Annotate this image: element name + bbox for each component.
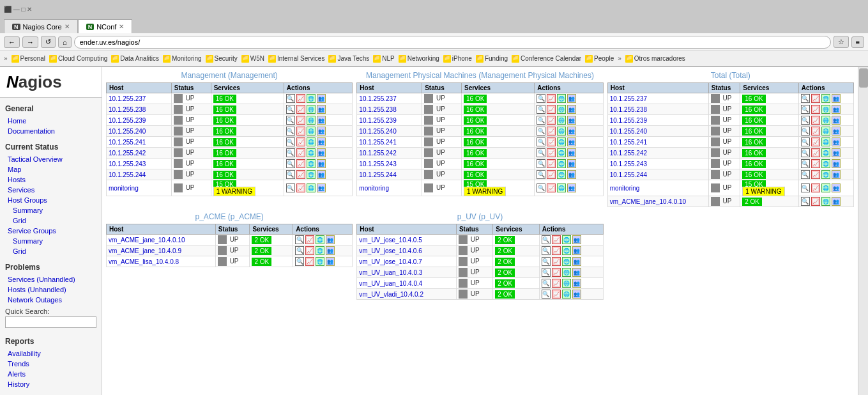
action-chart-icon[interactable]: 📈 bbox=[552, 246, 561, 255]
action-network-icon[interactable]: 🌐 bbox=[307, 148, 316, 157]
action-schedule-icon[interactable]: 👥 bbox=[567, 159, 576, 168]
action-chart-icon[interactable]: 📈 bbox=[811, 197, 820, 206]
action-network-icon[interactable]: 🌐 bbox=[307, 159, 316, 168]
action-schedule-icon[interactable]: 👥 bbox=[317, 137, 326, 146]
action-network-icon[interactable]: 🌐 bbox=[562, 290, 571, 299]
sidebar-item-availability[interactable]: Availability bbox=[0, 348, 102, 359]
ok-badge[interactable]: 16 OK bbox=[742, 95, 765, 103]
ok-badge[interactable]: 16 OK bbox=[213, 171, 236, 179]
action-network-icon[interactable]: 🌐 bbox=[821, 183, 830, 192]
host-link[interactable]: 10.1.255.239 bbox=[109, 117, 146, 124]
action-schedule-icon[interactable]: 👥 bbox=[572, 235, 581, 244]
action-schedule-icon[interactable]: 👥 bbox=[567, 116, 576, 125]
sidebar-item-trends[interactable]: Trends bbox=[0, 359, 102, 369]
ok-badge[interactable]: 2 OK bbox=[252, 258, 271, 266]
home-button[interactable]: ⌂ bbox=[58, 36, 72, 48]
sidebar-item-hg-grid[interactable]: Grid bbox=[0, 215, 102, 226]
bookmark-people[interactable]: 📁 People bbox=[585, 55, 614, 63]
action-network-icon[interactable]: 🌐 bbox=[821, 159, 830, 168]
action-network-icon[interactable]: 🌐 bbox=[557, 170, 566, 179]
action-network-icon[interactable]: 🌐 bbox=[307, 116, 316, 125]
action-search-icon[interactable]: 🔍 bbox=[295, 257, 304, 266]
action-schedule-icon[interactable]: 👥 bbox=[317, 116, 326, 125]
action-schedule-icon[interactable]: 👥 bbox=[832, 148, 841, 157]
host-link[interactable]: vm_UV_vladi_10.4.0.2 bbox=[359, 291, 423, 298]
action-search-icon[interactable]: 🔍 bbox=[537, 116, 545, 125]
action-search-icon[interactable]: 🔍 bbox=[801, 183, 810, 192]
refresh-button[interactable]: ↺ bbox=[41, 36, 56, 48]
action-network-icon[interactable]: 🌐 bbox=[307, 94, 316, 103]
ok-badge[interactable]: 16 OK bbox=[464, 95, 487, 103]
action-search-icon[interactable]: 🔍 bbox=[801, 159, 810, 168]
host-link[interactable]: vm_ACME_jane_10.4.0.9 bbox=[109, 247, 181, 254]
action-network-icon[interactable]: 🌐 bbox=[821, 170, 830, 179]
host-link[interactable]: 10.1.255.240 bbox=[109, 128, 146, 135]
action-chart-icon[interactable]: 📈 bbox=[296, 159, 305, 168]
host-link[interactable]: 10.1.255.239 bbox=[610, 117, 647, 124]
action-network-icon[interactable]: 🌐 bbox=[557, 94, 566, 103]
action-schedule-icon[interactable]: 👥 bbox=[317, 183, 326, 192]
ok-badge[interactable]: 16 OK bbox=[213, 95, 236, 103]
host-link[interactable]: 10.1.255.242 bbox=[610, 150, 647, 157]
ok-badge[interactable]: 16 OK bbox=[464, 138, 487, 146]
ok-badge[interactable]: 16 OK bbox=[213, 127, 236, 136]
ok-badge[interactable]: 2 OK bbox=[495, 279, 515, 288]
action-schedule-icon[interactable]: 👥 bbox=[326, 235, 335, 244]
menu-button[interactable]: ≡ bbox=[851, 36, 864, 48]
action-chart-icon[interactable]: 📈 bbox=[305, 246, 314, 255]
host-link[interactable]: 10.1.255.239 bbox=[359, 117, 396, 124]
host-link[interactable]: 10.1.255.240 bbox=[359, 128, 396, 135]
action-network-icon[interactable]: 🌐 bbox=[562, 246, 571, 255]
action-search-icon[interactable]: 🔍 bbox=[801, 105, 810, 114]
bookmark-networking[interactable]: 📁 Networking bbox=[399, 55, 439, 63]
sidebar-item-services[interactable]: Services bbox=[0, 185, 102, 195]
action-search-icon[interactable]: 🔍 bbox=[286, 137, 295, 146]
sidebar-item-hosts[interactable]: Hosts bbox=[0, 175, 102, 185]
action-search-icon[interactable]: 🔍 bbox=[542, 246, 551, 255]
bookmark-monitoring[interactable]: 📁 Monitoring bbox=[163, 55, 202, 63]
action-chart-icon[interactable]: 📈 bbox=[305, 235, 314, 244]
action-schedule-icon[interactable]: 👥 bbox=[567, 170, 576, 179]
action-network-icon[interactable]: 🌐 bbox=[557, 159, 566, 168]
action-schedule-icon[interactable]: 👥 bbox=[832, 137, 841, 146]
action-search-icon[interactable]: 🔍 bbox=[801, 197, 810, 206]
host-link[interactable]: 10.1.255.237 bbox=[359, 95, 396, 102]
action-search-icon[interactable]: 🔍 bbox=[542, 279, 551, 288]
action-network-icon[interactable]: 🌐 bbox=[557, 183, 566, 192]
action-schedule-icon[interactable]: 👥 bbox=[326, 257, 335, 266]
action-schedule-icon[interactable]: 👥 bbox=[317, 170, 326, 179]
action-search-icon[interactable]: 🔍 bbox=[286, 170, 295, 179]
action-chart-icon[interactable]: 📈 bbox=[547, 116, 556, 125]
action-schedule-icon[interactable]: 👥 bbox=[832, 197, 841, 206]
ok-badge[interactable]: 16 OK bbox=[464, 105, 487, 114]
action-network-icon[interactable]: 🌐 bbox=[821, 105, 830, 114]
bookmark-internal[interactable]: 📁 Internal Services bbox=[268, 55, 324, 63]
sidebar-item-map[interactable]: Map bbox=[0, 164, 102, 175]
action-search-icon[interactable]: 🔍 bbox=[801, 116, 810, 125]
warning-badge[interactable]: 1 WARNING bbox=[213, 187, 255, 196]
host-link[interactable]: vm_UV_jose_10.4.0.5 bbox=[359, 237, 422, 244]
action-chart-icon[interactable]: 📈 bbox=[552, 290, 561, 299]
action-network-icon[interactable]: 🌐 bbox=[307, 170, 316, 179]
action-chart-icon[interactable]: 📈 bbox=[811, 116, 820, 125]
bookmark-button[interactable]: ☆ bbox=[834, 36, 849, 48]
action-schedule-icon[interactable]: 👥 bbox=[572, 290, 581, 299]
action-search-icon[interactable]: 🔍 bbox=[286, 94, 295, 103]
action-network-icon[interactable]: 🌐 bbox=[562, 235, 571, 244]
action-schedule-icon[interactable]: 👥 bbox=[832, 105, 841, 114]
action-search-icon[interactable]: 🔍 bbox=[537, 170, 545, 179]
action-schedule-icon[interactable]: 👥 bbox=[832, 159, 841, 168]
action-search-icon[interactable]: 🔍 bbox=[537, 183, 545, 192]
action-schedule-icon[interactable]: 👥 bbox=[572, 268, 581, 277]
bookmark-iphone[interactable]: 📁 iPhone bbox=[443, 55, 472, 63]
action-chart-icon[interactable]: 📈 bbox=[552, 279, 561, 288]
action-network-icon[interactable]: 🌐 bbox=[821, 116, 830, 125]
action-network-icon[interactable]: 🌐 bbox=[557, 137, 566, 146]
action-schedule-icon[interactable]: 👥 bbox=[572, 246, 581, 255]
action-chart-icon[interactable]: 📈 bbox=[811, 105, 820, 114]
ok-badge[interactable]: 16 OK bbox=[742, 171, 765, 179]
action-chart-icon[interactable]: 📈 bbox=[296, 137, 305, 146]
host-link[interactable]: vm_UV_juan_10.4.0.3 bbox=[359, 269, 422, 276]
tab-nconf[interactable]: N NConf ✕ bbox=[78, 19, 133, 33]
action-schedule-icon[interactable]: 👥 bbox=[567, 183, 576, 192]
